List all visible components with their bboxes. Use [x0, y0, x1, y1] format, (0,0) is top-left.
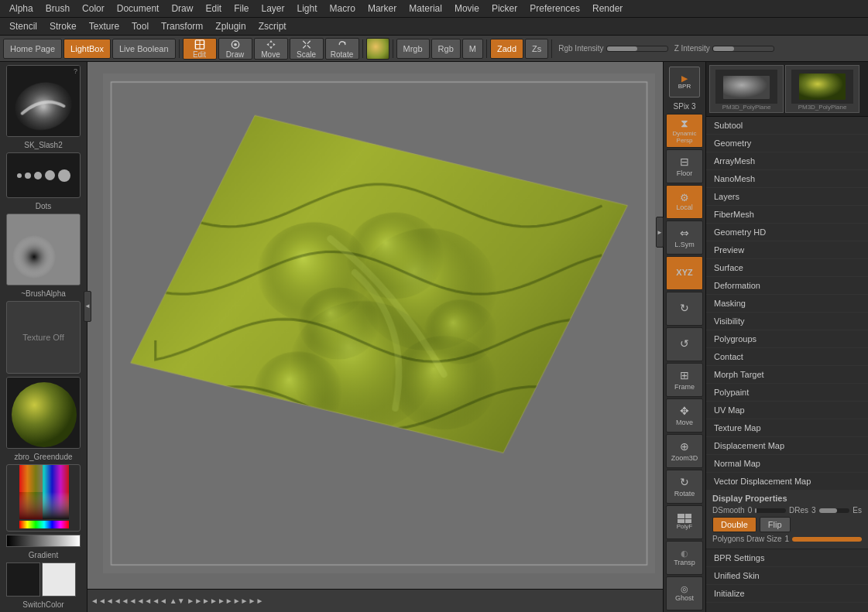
bottom-toolbar: ◄◄◄◄◄◄◄◄◄◄ ▲▼ ►►►►►►►►►► [87, 589, 663, 612]
polyfill-button[interactable]: PolyF [666, 505, 703, 539]
bpr-button[interactable]: ▶ BPR [669, 67, 700, 97]
double-button[interactable]: Double [712, 517, 756, 532]
rp-polygroups[interactable]: Polygroups [706, 330, 868, 348]
model-thumb-1[interactable]: PM3D_PolyPlane [709, 65, 784, 113]
brush-alpha-preview[interactable] [6, 214, 81, 285]
rgb-button[interactable]: Rgb [431, 39, 461, 59]
brush-preview[interactable]: ? [6, 65, 81, 137]
menu-material[interactable]: Material [403, 2, 448, 15]
rotate-icon-btn-1[interactable]: ↻ [666, 292, 703, 326]
rp-layers[interactable]: Layers [706, 188, 868, 206]
floor-button[interactable]: ⊟ Floor [666, 149, 703, 183]
stencil-item-texture[interactable]: Texture [83, 19, 125, 33]
menu-edit[interactable]: Edit [199, 2, 228, 15]
menu-brush[interactable]: Brush [39, 2, 76, 15]
rp-surface[interactable]: Surface [706, 259, 868, 277]
color-swatch[interactable] [366, 38, 389, 60]
edit-button[interactable]: Edit [183, 38, 217, 60]
dots-preview[interactable] [6, 152, 81, 197]
stencil-item-stencil[interactable]: Stencil [3, 19, 43, 33]
lightbox-button[interactable]: LightBox [63, 39, 111, 59]
menu-marker[interactable]: Marker [362, 2, 403, 15]
frame-button[interactable]: ⊞ Frame [666, 363, 703, 397]
rp-initialize[interactable]: Initialize [706, 585, 868, 603]
model-thumb-2[interactable]: PM3D_PolyPlane [785, 65, 859, 113]
home-page-button[interactable]: Home Page [3, 39, 62, 59]
rp-visibility[interactable]: Visibility [706, 313, 868, 330]
rp-geometry-hd[interactable]: Geometry HD [706, 224, 868, 241]
zadd-button[interactable]: Zadd [490, 39, 523, 59]
menu-movie[interactable]: Movie [448, 2, 485, 15]
move-button[interactable]: Move [254, 38, 288, 60]
rp-texture-map[interactable]: Texture Map [706, 419, 868, 437]
texture-off-preview[interactable]: Texture Off [6, 301, 81, 373]
model-canvas[interactable] [103, 74, 655, 573]
zoom3d-button[interactable]: ⊕ Zoom3D [666, 434, 703, 468]
ghost-button[interactable]: ◎ Ghost [666, 576, 703, 610]
draw-button[interactable]: Draw [218, 38, 252, 60]
material-preview[interactable] [6, 377, 81, 449]
menu-render[interactable]: Render [586, 2, 629, 15]
dsmooth-slider[interactable] [755, 508, 786, 513]
stencil-item-zscript[interactable]: Zscript [252, 19, 293, 33]
background-color[interactable] [42, 562, 76, 597]
rotate-icon-btn-2[interactable]: ↺ [666, 327, 703, 361]
rp-contact[interactable]: Contact [706, 348, 868, 366]
dres-slider[interactable] [819, 508, 850, 513]
move-rt-icon: ✥ [680, 405, 689, 418]
rp-geometry[interactable]: Geometry [706, 135, 868, 152]
rp-polypaint[interactable]: Polypaint [706, 384, 868, 402]
rp-normal-map[interactable]: Normal Map [706, 455, 868, 473]
rp-subtool[interactable]: Subtool [706, 117, 868, 135]
local-button[interactable]: ⚙ Local [666, 185, 703, 219]
menu-light[interactable]: Light [291, 2, 324, 15]
canvas-area[interactable] [87, 62, 663, 589]
gradient-bar[interactable] [6, 535, 81, 547]
rp-preview[interactable]: Preview [706, 241, 868, 259]
move-rt-button[interactable]: ✥ Move [666, 398, 703, 433]
menu-draw[interactable]: Draw [165, 2, 199, 15]
left-panel-arrow[interactable]: ◄ [84, 291, 91, 322]
menu-alpha[interactable]: Alpha [3, 2, 39, 15]
rp-displacement-map[interactable]: Displacement Map [706, 437, 868, 455]
rp-nanomesh[interactable]: NanoMesh [706, 170, 868, 188]
mrgb-button[interactable]: Mrgb [396, 39, 430, 59]
polygons-slider[interactable] [792, 537, 862, 542]
rp-deformation[interactable]: Deformation [706, 277, 868, 295]
stencil-item-transform[interactable]: Transform [155, 19, 209, 33]
right-panel-arrow[interactable]: ► [656, 217, 664, 248]
rp-masking[interactable]: Masking [706, 295, 868, 313]
rotate-button[interactable]: Rotate [325, 38, 359, 60]
lsym-button[interactable]: ⇔ L.Sym [666, 221, 703, 255]
rp-vector-displacement[interactable]: Vector Displacement Map [706, 473, 868, 491]
rgb-intensity-slider[interactable] [606, 46, 668, 52]
foreground-color[interactable] [6, 562, 40, 597]
menu-color[interactable]: Color [76, 2, 111, 15]
rp-bpr-settings[interactable]: BPR Settings [706, 549, 868, 567]
dynamic-persp-button[interactable]: ⧗ DynamicPersp [666, 114, 703, 148]
menu-document[interactable]: Document [111, 2, 166, 15]
scale-button[interactable]: Scale [290, 38, 324, 60]
rp-arraymesh[interactable]: ArrayMesh [706, 152, 868, 170]
menu-file[interactable]: File [228, 2, 255, 15]
z-intensity-slider[interactable] [712, 46, 774, 52]
rp-fibermesh[interactable]: FiberMesh [706, 206, 868, 224]
menu-picker[interactable]: Picker [485, 2, 523, 15]
menu-preferences[interactable]: Preferences [523, 2, 586, 15]
menu-layer[interactable]: Layer [256, 2, 291, 15]
transp-button[interactable]: ◐ Transp [666, 541, 703, 575]
color-picker[interactable] [6, 464, 81, 532]
menu-macro[interactable]: Macro [324, 2, 362, 15]
flip-button[interactable]: Flip [760, 517, 791, 532]
rotate3d-button[interactable]: ↻ Rotate [666, 470, 703, 504]
zsub-button[interactable]: Zs [525, 39, 548, 59]
stencil-item-stroke[interactable]: Stroke [43, 19, 83, 33]
rp-unified-skin[interactable]: Unified Skin [706, 567, 868, 585]
m-button[interactable]: M [462, 39, 483, 59]
stencil-item-zplugin[interactable]: Zplugin [209, 19, 252, 33]
live-boolean-button[interactable]: Live Boolean [112, 39, 176, 59]
rp-uv-map[interactable]: UV Map [706, 402, 868, 419]
xyz-button[interactable]: XYZ [666, 256, 703, 290]
stencil-item-tool[interactable]: Tool [125, 19, 155, 33]
rp-morph-target[interactable]: Morph Target [706, 366, 868, 384]
